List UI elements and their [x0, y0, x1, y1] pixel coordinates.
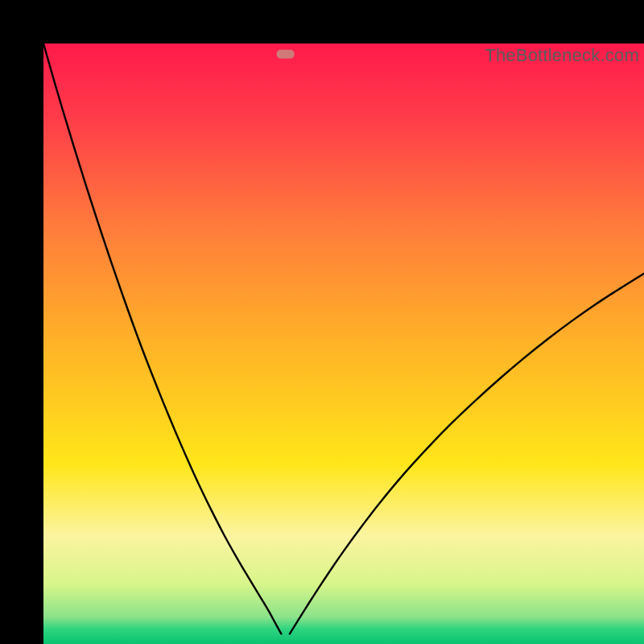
watermark-text: TheBottleneck.com: [485, 45, 639, 66]
chart-svg: [43, 43, 644, 644]
chart-frame: TheBottleneck.com: [0, 0, 644, 644]
plot-area: TheBottleneck.com: [43, 43, 644, 644]
gradient-bg: [43, 43, 644, 644]
minimum-marker: [277, 50, 295, 59]
